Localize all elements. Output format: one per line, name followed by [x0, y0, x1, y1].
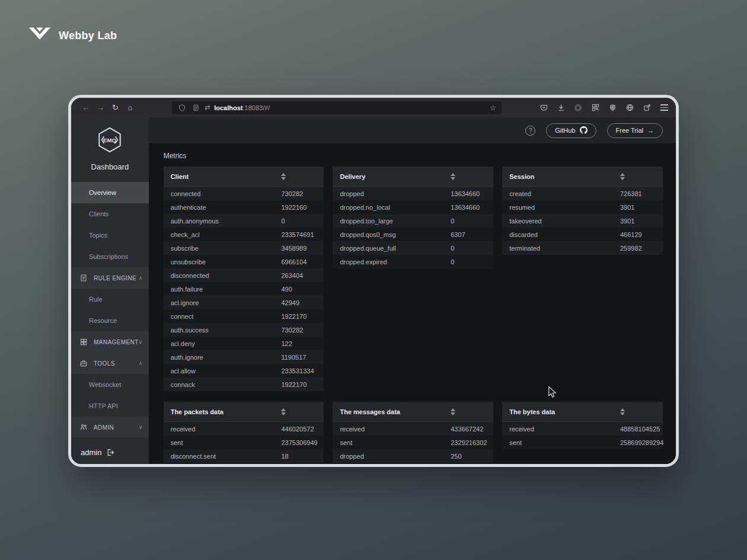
table-row: dropped.too_large0 — [333, 214, 493, 228]
sidebar-item-overview[interactable]: Overview — [71, 182, 149, 203]
user-footer[interactable]: admin — [71, 440, 149, 464]
free-trial-button[interactable]: Free Trial → — [607, 123, 663, 138]
sidebar-item-label: ADMIN — [94, 424, 114, 431]
tracking-shield-icon[interactable] — [177, 103, 187, 113]
sidebar-item-rule-engine[interactable]: RULE ENGINE∧ — [71, 267, 149, 289]
metric-name: dropped — [340, 190, 451, 197]
metric-name: discarded — [509, 231, 620, 238]
table-row: dropped13634660 — [333, 187, 493, 200]
table-row: unsubscribe6966104 — [164, 255, 324, 268]
sidebar-item-websocket[interactable]: Websocket — [71, 374, 149, 395]
table-row: connected730282 — [164, 187, 324, 200]
switch-icon[interactable]: ⇄ — [205, 104, 210, 111]
share-extension-icon[interactable] — [642, 103, 652, 113]
menu-icon[interactable] — [659, 103, 669, 113]
sidebar-item-rule[interactable]: Rule — [71, 289, 149, 310]
product-title: Dashboard — [71, 162, 149, 171]
sidebar-item-label: Topics — [89, 232, 107, 239]
sort-icon[interactable] — [281, 408, 287, 415]
sidebar-item-resource[interactable]: Resource — [71, 310, 149, 331]
metrics-table-the-bytes-data: The bytes datareceived48858104525sent258… — [502, 402, 663, 449]
metrics-table-client: Clientconnected730282authenticate1922160… — [164, 167, 324, 391]
metric-name: subscribe — [171, 245, 282, 252]
sidebar-item-clients[interactable]: Clients — [71, 203, 149, 225]
metric-name: auth.success — [171, 327, 282, 334]
metric-value: 1190517 — [281, 354, 324, 361]
metric-value: 433667242 — [451, 425, 493, 433]
metrics-table-delivery: Deliverydropped13634660dropped.no_local1… — [333, 167, 493, 268]
sort-icon[interactable] — [451, 408, 456, 415]
pocket-icon[interactable] — [539, 103, 548, 113]
url-text[interactable]: localhost:18083/#/ — [214, 104, 270, 111]
sort-icon[interactable] — [451, 173, 456, 180]
table-row: check_acl233574691 — [164, 228, 324, 241]
sidebar-item-management[interactable]: MANAGEMENT∨ — [71, 331, 149, 353]
metric-value: 6966104 — [281, 258, 324, 265]
metric-value: 122 — [281, 340, 324, 347]
downloads-icon[interactable] — [556, 103, 566, 113]
shield-extension-icon[interactable] — [608, 103, 617, 113]
bookmark-star-icon[interactable]: ☆ — [490, 104, 496, 112]
content: Metrics Clientconnected730282authenticat… — [149, 143, 676, 464]
metric-name: auth.anonymous — [171, 217, 282, 225]
url-bar[interactable]: ⇄ localhost:18083/#/ ☆ — [172, 101, 502, 114]
table-row: created726381 — [502, 187, 663, 200]
github-button[interactable]: GitHub — [546, 123, 596, 138]
metric-name: check_acl — [171, 231, 282, 238]
table-row: dropped.qos0_msg6307 — [333, 228, 493, 241]
sort-icon[interactable] — [620, 173, 626, 180]
table-row: acl.ignore42949 — [164, 296, 324, 309]
page-info-icon[interactable] — [191, 103, 200, 113]
emqx-dashboard-app: EMQ Dashboard OverviewClientsTopicsSubsc… — [71, 117, 676, 464]
sidebar-item-label: Rule — [89, 296, 103, 303]
rule-engine-icon — [80, 274, 90, 281]
metric-name: connack — [171, 381, 282, 388]
metric-value: 490 — [281, 286, 324, 293]
forward-icon[interactable]: → — [93, 103, 108, 112]
brand-text: Webby Lab — [59, 30, 117, 42]
metric-name: acl.allow — [171, 367, 282, 375]
help-icon[interactable]: ? — [525, 126, 535, 136]
reload-icon[interactable]: ↻ — [108, 103, 123, 112]
metric-value: 258699289294 — [620, 439, 663, 446]
table-row: subscribe3458989 — [164, 241, 324, 255]
table-row: sent2329216302 — [333, 436, 493, 449]
table-row: terminated259982 — [502, 241, 663, 255]
sort-icon[interactable] — [281, 173, 287, 180]
webby-lab-logo-icon — [27, 25, 52, 46]
table-title: The bytes data — [509, 408, 620, 415]
logout-icon[interactable] — [107, 449, 117, 456]
chevron-up-icon: ∧ — [139, 275, 143, 281]
emq-logo[interactable]: EMQ — [71, 117, 149, 156]
table-row: disconnect.sent18 — [164, 449, 324, 463]
metric-name: connected — [171, 190, 282, 197]
metric-value: 233531334 — [281, 367, 324, 375]
back-icon[interactable]: ← — [78, 103, 93, 112]
account-extension-icon[interactable] — [573, 103, 583, 113]
metric-name: received — [171, 425, 282, 433]
sidebar-item-http-api[interactable]: HTTP API — [71, 395, 149, 417]
globe-extension-icon[interactable] — [625, 103, 634, 113]
sidebar-item-subscriptions[interactable]: Subscriptions — [71, 246, 149, 267]
metrics-table-session: Sessioncreated726381resumed3901takeovere… — [502, 167, 663, 255]
metric-value: 2375306949 — [281, 439, 324, 446]
github-icon — [580, 126, 588, 135]
sidebar-item-tools[interactable]: TOOLS∧ — [71, 353, 149, 374]
metric-value: 3458989 — [281, 245, 324, 252]
metric-name: unsubscribe — [171, 258, 282, 265]
table-row: sent258699289294 — [502, 436, 663, 449]
sidebar-item-label: Overview — [89, 189, 116, 196]
table-row: auth.failure490 — [164, 282, 324, 296]
sidebar-item-admin[interactable]: ADMIN∨ — [71, 417, 149, 438]
table-row: acl.deny122 — [164, 337, 324, 350]
table-row: auth.anonymous0 — [164, 214, 324, 228]
sidebar-item-topics[interactable]: Topics — [71, 225, 149, 246]
sort-icon[interactable] — [620, 408, 626, 415]
table-header: The messages data — [333, 402, 493, 422]
home-icon[interactable]: ⌂ — [123, 103, 138, 112]
metric-value: 446020572 — [281, 425, 324, 433]
metric-name: dropped.no_local — [340, 204, 451, 211]
qr-extension-icon[interactable] — [590, 103, 600, 113]
metric-value: 13634660 — [451, 190, 493, 197]
table-row: connect1922170 — [164, 309, 324, 323]
